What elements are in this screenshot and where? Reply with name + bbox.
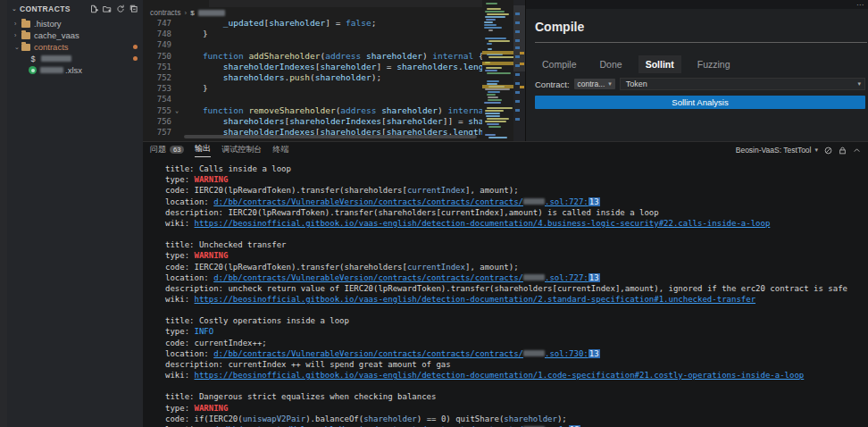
code-line[interactable]: 750 function addShareholder(address shar… [143,51,482,62]
code-line[interactable]: 747 _updated[shareholder] = false; [143,18,482,29]
finding-severity: WARNING [195,404,229,413]
tab-done[interactable]: Done [593,55,630,73]
location-link[interactable]: .sol:727: [545,273,588,282]
wiki-link[interactable]: https://beosinofficial.gitbook.io/vaas-e… [195,295,756,304]
breadcrumb[interactable]: contracts › $ [143,7,525,18]
code-line[interactable]: 751 shareholderIndexes[shareholder] = sh… [143,62,482,72]
redacted-filename [41,55,71,62]
vertical-scrollbar[interactable] [513,0,525,141]
line-number: 749 [143,39,171,50]
refresh-icon[interactable] [116,4,125,13]
tree-item-sol-file[interactable]: $ [7,53,143,64]
finding-wiki: wiki: https://beosinofficial.gitbook.io/… [165,294,868,305]
fold-icon [171,83,182,94]
finding-code: code: IERC20(lpRewardToken).transfer(sha… [165,185,868,196]
code-lines[interactable]: 747 _updated[shareholder] = false;748 }7… [143,18,482,138]
code-line[interactable]: 749 [143,39,482,50]
sollint-analysis-button[interactable]: Sollint Analysis [535,96,865,109]
fold-icon [171,127,182,138]
finding-type: type: WARNING [165,250,868,261]
finding-type: type: WARNING [165,403,868,414]
tab-sollint[interactable]: Sollint [638,55,681,73]
finding-wiki: wiki: https://beosinofficial.gitbook.io/… [165,370,868,381]
code-line[interactable]: 753 } [143,83,482,94]
minimap[interactable] [482,0,513,141]
vscode-window: ⌄ CONTRACTS › .history › cache_vaas ⌄ [0,0,868,427]
wiki-link[interactable]: https://beosinofficial.gitbook.io/vaas-e… [195,371,805,380]
redacted-filename [523,350,545,356]
folder-icon [21,32,30,39]
chevron-down-icon: ▾ [814,147,818,154]
new-folder-icon[interactable] [103,4,112,13]
horizontal-scrollbar[interactable] [184,135,477,138]
editor-tab-strip [143,0,525,7]
git-modified-dot [133,45,138,49]
tree-item-contracts[interactable]: ⌄ contracts [7,41,143,53]
finding-block: title: Dangerous strict equalizes when c… [165,391,868,427]
code-line[interactable]: 754 [143,94,482,105]
finding-code: code: if(IERC20(uniswapV2Pair).balanceOf… [165,414,868,424]
breadcrumb-separator: › [185,9,188,17]
active-editor-tab[interactable] [143,0,209,7]
contract-label: Contract: [535,80,570,89]
finding-title: title: Unchecked transfer [165,239,868,250]
chevron-down-icon: ▾ [857,80,861,88]
fold-icon [171,39,182,50]
finding-location: location: d:/bb/contracts/VulnerableVers… [165,272,868,283]
wiki-link[interactable]: https://beosinofficial.gitbook.io/vaas-e… [195,219,771,228]
output-channel-select[interactable]: Beosin-VaaS: TestTool ▾ [736,146,818,155]
more-actions-icon[interactable]: ⋯ [856,1,864,9]
panel-tab-bar: 问题 63 输出 调试控制台 终端 Beosin-VaaS: TestTool … [143,142,868,158]
clear-output-icon[interactable] [824,147,832,155]
tab-debug-console[interactable]: 调试控制台 [221,144,262,157]
tree-item-history[interactable]: › .history [7,18,143,29]
tab-compile[interactable]: Compile [535,55,584,73]
code-line[interactable]: 748 } [143,29,482,39]
output-panel: 问题 63 输出 调试控制台 终端 Beosin-VaaS: TestTool … [143,141,868,427]
divider [535,42,867,43]
code-text: function addShareholder(address sharehol… [182,51,484,62]
tree-item-cache-vaas[interactable]: › cache_vaas [7,29,143,41]
location-link[interactable]: d:/bb/contracts/VulnerableVersion/contra… [213,197,523,206]
fold-icon [171,94,182,105]
finding-code: code: IERC20(lpRewardToken).transfer(sha… [165,262,868,272]
line-number: 752 [143,72,171,83]
explorer-title: CONTRACTS [20,4,71,13]
new-file-icon[interactable] [89,4,98,13]
contract-select[interactable]: Token ▾ [620,78,865,90]
scrollbar-thumb[interactable] [513,5,525,71]
code-line[interactable]: 755⌄ function removeShareholder(address … [143,105,482,116]
finding-title: title: Dangerous strict equalizes when c… [165,391,868,402]
code-line[interactable]: 752 shareholders.push(shareholder); [143,72,482,83]
file-select[interactable]: contra... ▾ [574,79,615,89]
tree-item-xlsx-file[interactable]: .xlsx [7,64,143,76]
finding-location: location: d:/bb/contracts/VulnerableVers… [165,348,868,359]
explorer-sidebar: ⌄ CONTRACTS › .history › cache_vaas ⌄ [7,0,143,427]
fold-icon[interactable]: ⌄ [171,105,182,116]
fold-icon [171,72,182,83]
location-link[interactable]: .sol:727: [545,197,588,206]
redacted-filename [523,198,545,205]
code-text: } [182,29,208,39]
finding-title: title: Costly operations inside a loop [165,315,868,326]
code-line[interactable]: 756 shareholders[shareholderIndexes[shar… [143,116,482,127]
tab-terminal[interactable]: 终端 [272,144,288,157]
activity-bar [0,0,7,427]
tab-fuzzing[interactable]: Fuzzing [690,55,738,73]
solidity-file-icon: $ [190,9,194,17]
chevron-up-icon[interactable] [853,147,861,155]
location-link[interactable]: d:/bb/contracts/VulnerableVersion/contra… [213,273,523,282]
collapse-all-icon[interactable] [129,4,138,13]
lock-scroll-icon[interactable] [839,147,847,155]
finding-block: title: Unchecked transfertype: WARNINGco… [165,239,868,305]
location-column: 13 [588,197,600,206]
chevron-down-icon[interactable]: ⌄ [12,5,17,13]
tab-output[interactable]: 输出 [195,143,211,157]
finding-code: code: currentIndex++; [165,338,868,348]
tab-problems[interactable]: 问题 63 [150,144,184,157]
finding-description: description: uncheck return value of IER… [165,283,868,294]
finding-title: title: Calls inside a loop [165,163,868,174]
location-link[interactable]: d:/bb/contracts/VulnerableVersion/contra… [213,349,523,358]
location-link[interactable]: .sol:730: [545,349,588,358]
line-number: 748 [143,29,171,39]
